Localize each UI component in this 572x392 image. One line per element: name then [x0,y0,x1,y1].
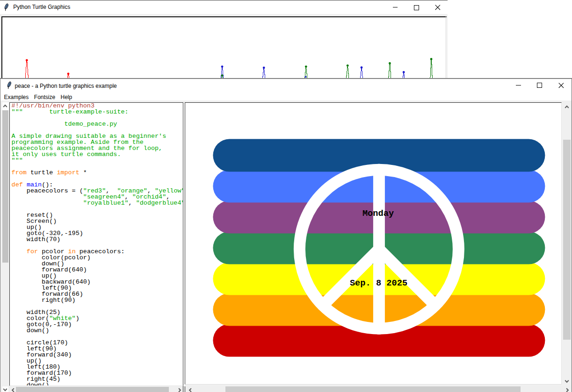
svg-text:Sep. 8 2025: Sep. 8 2025 [350,278,407,288]
svg-text:Monday: Monday [362,208,394,219]
